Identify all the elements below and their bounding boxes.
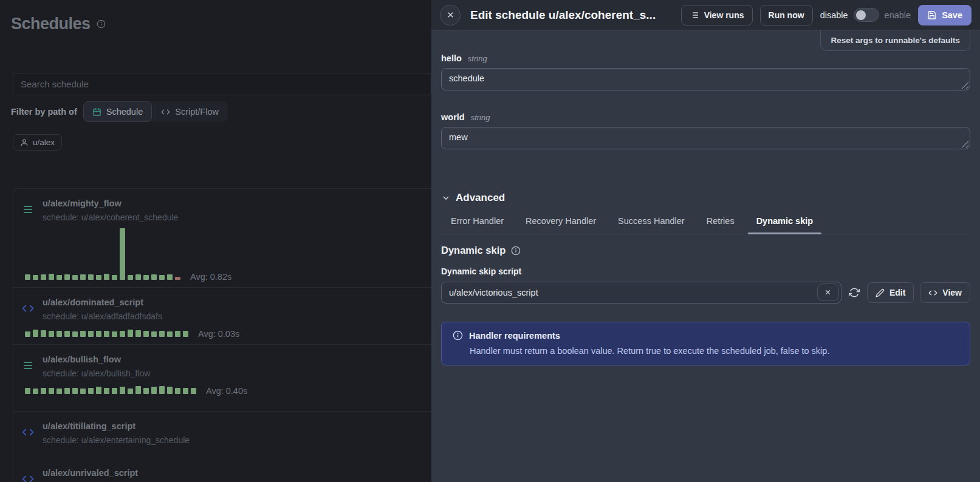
run-bar[interactable] [72,275,78,280]
run-bar[interactable] [135,330,141,337]
enable-toggle[interactable] [854,8,879,22]
run-bar[interactable] [25,274,30,280]
schedule-list-item[interactable]: u/alex/bullish_flow schedule: u/alex/bul… [13,345,431,412]
run-bar[interactable] [33,275,38,280]
save-button[interactable]: Save [918,5,971,25]
tab[interactable]: Retries [707,216,735,234]
tab[interactable]: Error Handler [451,216,504,234]
run-bar[interactable] [96,331,101,337]
run-bar[interactable] [33,330,38,337]
tab[interactable]: Recovery Handler [526,216,596,234]
run-bar[interactable] [41,388,46,394]
world-input[interactable]: mew [441,127,970,149]
run-bar[interactable] [72,388,78,394]
reset-args-button[interactable]: Reset args to runnable's defaults [820,30,970,51]
run-bar[interactable] [33,389,38,394]
run-bar[interactable] [151,387,157,394]
filter-option-button[interactable]: Schedule [83,101,152,122]
run-bar[interactable] [80,389,86,394]
run-bar[interactable] [175,277,180,280]
advanced-section-toggle[interactable]: Advanced [441,192,970,204]
run-bar[interactable] [175,331,180,337]
run-bar[interactable] [120,387,125,394]
search-input[interactable] [13,73,431,95]
run-bar[interactable] [88,331,94,337]
tab[interactable]: Success Handler [618,216,685,234]
runs-bars [25,386,196,394]
schedules-page: Schedules Filter by path of Schedule [0,0,431,482]
run-bar[interactable] [151,274,157,280]
run-bar[interactable] [128,330,133,337]
run-bar[interactable] [49,388,54,394]
run-bar[interactable] [112,331,117,337]
run-bar[interactable] [135,274,141,280]
run-bar[interactable] [49,331,54,337]
run-bar[interactable] [57,275,62,280]
run-bar[interactable] [143,275,149,280]
run-bar[interactable] [159,275,165,280]
clear-script-button[interactable] [817,283,839,301]
run-bar[interactable] [159,386,165,394]
chevron-down-icon [441,193,451,203]
run-bar[interactable] [64,331,70,337]
filter-option-button[interactable]: Script/Flow [152,101,228,122]
hello-input[interactable]: schedule [441,68,970,90]
refresh-script-button[interactable] [848,287,861,298]
run-bar[interactable] [120,331,125,337]
run-bar[interactable] [88,274,94,280]
script-path-input[interactable] [441,282,841,304]
run-bar[interactable] [72,331,78,337]
run-bar[interactable] [183,331,188,337]
run-bar[interactable] [167,274,173,280]
run-bar[interactable] [135,386,141,394]
run-bar[interactable] [25,388,30,394]
run-bar[interactable] [104,388,109,394]
run-bar[interactable] [151,331,157,337]
close-button[interactable] [440,5,461,25]
schedule-list-item[interactable]: u/alex/mighty_flow schedule: u/alex/cohe… [13,189,431,288]
tab[interactable]: Dynamic skip [756,216,814,234]
run-bar[interactable] [96,275,101,280]
run-bar[interactable] [88,388,94,394]
run-bar[interactable] [120,228,125,280]
run-bar[interactable] [128,275,133,280]
run-bar[interactable] [64,388,70,394]
view-runs-button[interactable]: View runs [681,5,753,25]
run-bar[interactable] [159,331,165,337]
run-bar[interactable] [183,388,188,394]
run-bar[interactable] [64,274,70,280]
run-now-button[interactable]: Run now [760,5,813,25]
schedule-list-item[interactable]: u/alex/unrivaled_script [13,458,431,482]
run-bar[interactable] [80,331,86,337]
run-bar[interactable] [41,274,46,280]
run-bar[interactable] [175,388,180,394]
edit-script-button[interactable]: Edit [867,282,914,303]
run-bar[interactable] [49,274,54,280]
run-bar[interactable] [191,388,196,394]
schedule-list-item[interactable]: u/alex/dominated_script schedule: u/alex… [13,288,431,345]
run-bar[interactable] [96,387,101,394]
run-bar[interactable] [167,387,173,394]
pencil-icon [875,288,885,297]
owner-filter-chip[interactable]: u/alex [13,134,62,151]
avg-duration-label: Avg: 0.40s [206,386,247,396]
run-bar[interactable] [57,389,62,394]
run-bar[interactable] [104,331,109,337]
schedule-list-item[interactable]: u/alex/titillating_script schedule: u/al… [13,412,431,458]
info-icon[interactable] [97,19,106,29]
run-bar[interactable] [25,331,30,337]
run-bar[interactable] [80,274,86,280]
view-script-button[interactable]: View [920,282,970,303]
run-bar[interactable] [104,274,109,280]
run-bar[interactable] [41,330,46,337]
info-icon[interactable] [511,246,521,256]
run-bar[interactable] [143,388,149,394]
run-bar[interactable] [167,331,173,337]
run-bar[interactable] [112,388,117,394]
view-label: View [942,288,962,297]
run-bar[interactable] [143,331,149,337]
run-bar[interactable] [112,275,117,280]
run-bar[interactable] [57,331,62,337]
run-bar[interactable] [128,389,133,394]
field-type: string [468,54,487,63]
